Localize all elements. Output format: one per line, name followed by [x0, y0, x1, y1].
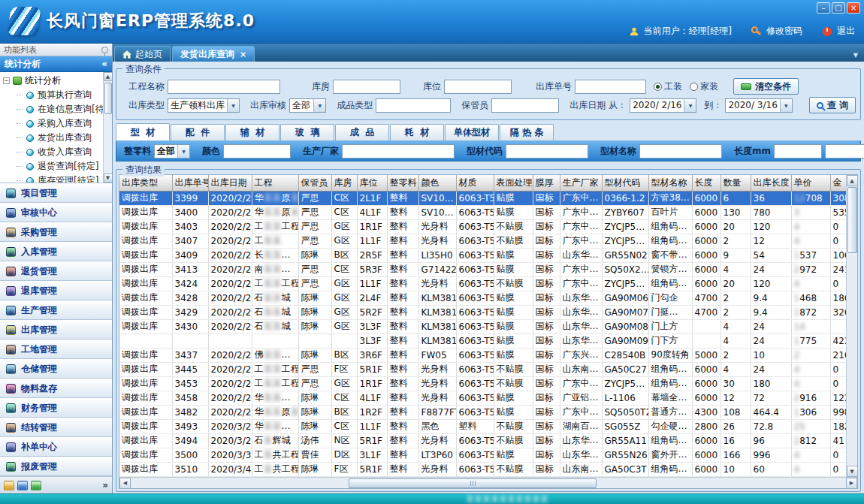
column-header[interactable]: 金: [830, 175, 846, 191]
collapse-icon[interactable]: «: [101, 59, 107, 69]
sidebar-item-project-mgmt[interactable]: 项目管理: [0, 183, 112, 203]
minimize-button[interactable]: –: [817, 2, 830, 14]
tab-profile[interactable]: 型 材: [116, 123, 170, 140]
sidebar-item-site-mgmt[interactable]: 工地管理: [0, 340, 112, 359]
column-header[interactable]: 整零料: [387, 175, 418, 191]
column-header[interactable]: 表面处理: [494, 175, 533, 191]
column-header[interactable]: 出库日期: [208, 175, 252, 191]
scroll-left-icon[interactable]: ◀: [119, 478, 131, 489]
tree-item-stock-mgmt-query[interactable]: 库存管理[待定]: [0, 174, 112, 183]
length-max-input[interactable]: [825, 144, 864, 158]
sidebar-item-audit-center[interactable]: 审核中心: [0, 203, 112, 222]
tree-item-receive-inbound-query[interactable]: 收货入库查询: [0, 145, 112, 159]
close-button[interactable]: ×: [847, 2, 860, 14]
tree-expand-icon[interactable]: −: [3, 77, 10, 84]
column-header[interactable]: 材质: [456, 175, 494, 191]
tree-root[interactable]: − 统计分析: [0, 74, 112, 88]
column-header[interactable]: 颜色: [418, 175, 456, 191]
change-password-link[interactable]: 修改密码: [766, 25, 802, 38]
scroll-up-icon[interactable]: ▲: [847, 175, 858, 186]
column-header[interactable]: 保管员: [298, 175, 331, 191]
computer-icon[interactable]: [17, 481, 28, 490]
column-header[interactable]: 出库类型: [119, 175, 172, 191]
tree-item-return-query[interactable]: 退货查询[待定]: [0, 159, 112, 174]
scroll-up-icon[interactable]: ▲: [104, 72, 113, 81]
table-row[interactable]: 调拨出库34132020/2/26南某某…严思C区5R3F整料G71422606…: [119, 262, 846, 276]
table-row[interactable]: 调拨出库34532020/2/28工某某工程严思G区1R1F整料光身料6063-…: [119, 376, 846, 391]
column-header[interactable]: 工程: [252, 175, 298, 191]
sidebar-item-scrap-mgmt[interactable]: 报废管理: [0, 457, 112, 476]
tab-consumable[interactable]: 耗 材: [390, 124, 444, 140]
column-header[interactable]: 出库长度: [751, 175, 791, 191]
tree-item-budget-exec-query[interactable]: 预算执行查询: [0, 88, 112, 102]
chevron-down-icon[interactable]: ▼: [780, 99, 792, 112]
tab-finished[interactable]: 成 品: [335, 124, 389, 140]
tab-auxiliary[interactable]: 辅 材: [225, 124, 279, 140]
table-row[interactable]: 调拨出库34452020/2/27工某某工程严思F区5R1F整料光身料6063-…: [119, 362, 846, 376]
gongzhuang-radio[interactable]: [654, 83, 662, 91]
column-header[interactable]: 库房: [331, 175, 357, 191]
table-row[interactable]: 调拨出库35002020/3/3工某共工程曹佳D区3L1F整料LT3P60606…: [119, 448, 846, 462]
clear-conditions-button[interactable]: 清空条件: [733, 78, 799, 95]
sidebar-item-carryover-mgmt[interactable]: 结转管理: [0, 418, 112, 437]
tree-item-transit-info-query[interactable]: 在途信息查询[待: [0, 102, 112, 116]
sidebar-item-return-store-mgmt[interactable]: 退库管理: [0, 281, 112, 300]
sidebar-item-purchase-mgmt[interactable]: 采购管理: [0, 222, 112, 242]
tab-close-icon[interactable]: ×: [240, 50, 246, 59]
table-row[interactable]: 调拨出库34582020/2/28华某某…陈琳C区4L1F整料光身料6063-T…: [119, 391, 846, 405]
sidebar-item-material-inventory[interactable]: 物料盘存: [0, 379, 112, 398]
horizontal-scroll-thumb[interactable]: [349, 478, 597, 488]
tab-start-page[interactable]: 起始页: [114, 46, 171, 62]
date-to-picker[interactable]: 2020/ 3/16 ▼: [725, 98, 792, 113]
stats-section-header[interactable]: 统计分析 «: [0, 56, 112, 72]
column-header[interactable]: 出库单号: [172, 175, 208, 191]
whole-scrap-select[interactable]: 全部 ▼: [154, 144, 190, 158]
table-row[interactable]: 调拨出库34302020/2/26石某某城陈琳G区3L3F整料KLM381760…: [119, 319, 846, 333]
column-header[interactable]: 型材名称: [648, 175, 692, 191]
vertical-scrollbar[interactable]: ▲ ▼: [846, 175, 857, 477]
audit-select[interactable]: 全部 ▼: [289, 98, 326, 113]
sidebar-overflow-button[interactable]: »: [102, 480, 108, 490]
sidebar-item-return-goods-mgmt[interactable]: 退货管理: [0, 261, 112, 281]
sidebar-item-production-mgmt[interactable]: 生产管理: [0, 300, 112, 320]
color-input[interactable]: [223, 144, 291, 158]
sidebar-item-outbound-mgmt[interactable]: 出库管理: [0, 320, 112, 340]
vertical-scroll-thumb[interactable]: [847, 187, 857, 253]
list-icon[interactable]: [31, 481, 41, 490]
date-from-picker[interactable]: 2020/ 2/16 ▼: [630, 98, 696, 113]
sidebar-item-replenish-center[interactable]: 补单中心: [0, 437, 112, 457]
table-row[interactable]: 调拨出库34072020/2/25工某某严思G区1L1F整料光身料6063-T5…: [119, 234, 846, 248]
profile-code-input[interactable]: [506, 144, 588, 158]
column-header[interactable]: 单价: [791, 175, 830, 191]
chevron-down-icon[interactable]: ▼: [177, 145, 189, 158]
column-header[interactable]: 库位: [357, 175, 387, 191]
tree-item-purchase-inbound-query[interactable]: 采购入库查询: [0, 116, 112, 131]
logout-link[interactable]: 退出: [837, 25, 855, 38]
scroll-down-icon[interactable]: ▼: [104, 174, 113, 183]
tab-insulation-strip[interactable]: 隔 热 条: [500, 124, 554, 140]
column-header[interactable]: 型材代码: [602, 175, 648, 191]
horizontal-scrollbar[interactable]: ◀ ▶: [119, 477, 857, 488]
tree-scrollbar[interactable]: ▲ ▼: [103, 72, 112, 183]
location-input[interactable]: [444, 80, 512, 94]
outbound-type-select[interactable]: 生产领料出库 ▼: [168, 98, 240, 113]
length-min-input[interactable]: [774, 144, 822, 158]
tab-glass[interactable]: 玻 璃: [280, 124, 334, 140]
table-row[interactable]: 调拨出库35102020/3/4工某共工程陈琳F区5R1F整料光身料6063-T…: [119, 462, 846, 476]
table-row[interactable]: 调拨出库34282020/2/26石某某城陈琳G区2L4F整料KLM381760…: [119, 291, 846, 305]
tree-item-ship-outbound-query[interactable]: 发货出库查询: [0, 131, 112, 145]
chevron-down-icon[interactable]: ▼: [227, 99, 239, 112]
query-button[interactable]: 查 询: [809, 97, 856, 113]
table-row[interactable]: 调拨出库34032020/2/25工某某工程严思G区1R1F整料光身料6063-…: [119, 219, 846, 234]
table-row[interactable]: 调拨出库34242020/2/26工某某工程严思G区1L1F整料光身料6063-…: [119, 276, 846, 291]
sidebar-item-inbound-mgmt[interactable]: 入库管理: [0, 242, 112, 261]
column-header[interactable]: 生产厂家: [560, 175, 602, 191]
column-header[interactable]: 数量: [721, 175, 751, 191]
keeper-input[interactable]: [491, 98, 559, 113]
column-header[interactable]: 长度: [692, 175, 721, 191]
tab-overflow-icon[interactable]: ▼: [853, 52, 862, 62]
sidebar-item-warehouse-mgmt[interactable]: 仓储管理: [0, 359, 112, 379]
table-row[interactable]: 调拨出库34002020/2/25华某某原某严思C区4L1F整料SV10…606…: [119, 205, 846, 219]
tab-shipping-outbound-query[interactable]: 发货出库查询 ×: [172, 46, 255, 62]
table-row[interactable]: 调拨出库34092020/2/25长某某…陈琳B区2R5F整料LI35H0606…: [119, 248, 846, 262]
